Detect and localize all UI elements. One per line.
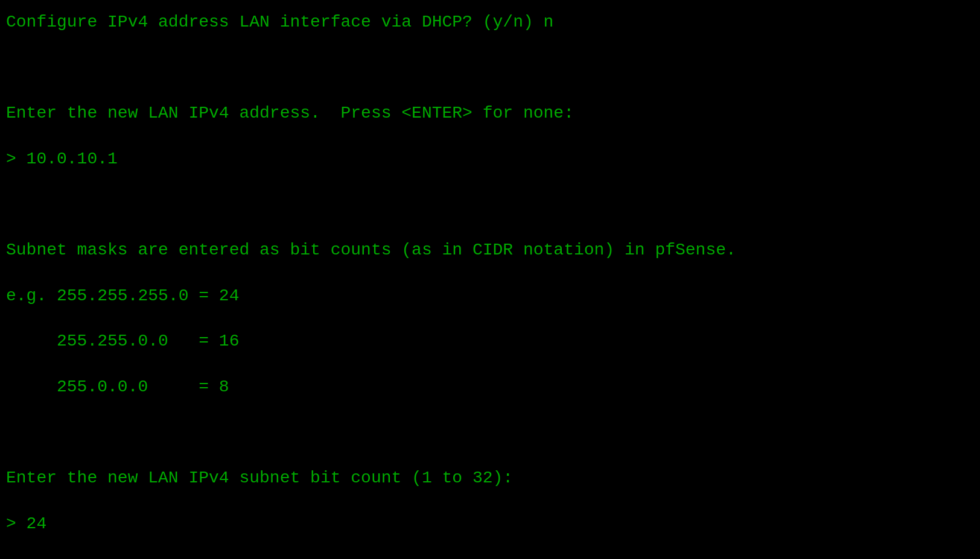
terminal-window[interactable]: Configure IPv4 address LAN interface via… — [2, 6, 978, 559]
terminal-line-line10 — [6, 421, 974, 444]
terminal-line-line6: Subnet masks are entered as bit counts (… — [6, 239, 974, 262]
terminal-line-line9: 255.0.0.0 = 8 — [6, 376, 974, 399]
terminal-line-line2 — [6, 57, 974, 80]
terminal-line-line8: 255.255.0.0 = 16 — [6, 330, 974, 353]
terminal-line-line7: e.g. 255.255.255.0 = 24 — [6, 285, 974, 308]
terminal-line-line1: Configure IPv4 address LAN interface via… — [6, 11, 974, 34]
terminal-line-line5 — [6, 193, 974, 216]
terminal-line-line3: Enter the new LAN IPv4 address. Press <E… — [6, 102, 974, 125]
terminal-line-line11: Enter the new LAN IPv4 subnet bit count … — [6, 467, 974, 490]
terminal-line-line12: > 24 — [6, 513, 974, 535]
terminal-line-line4: > 10.0.10.1 — [6, 148, 974, 171]
